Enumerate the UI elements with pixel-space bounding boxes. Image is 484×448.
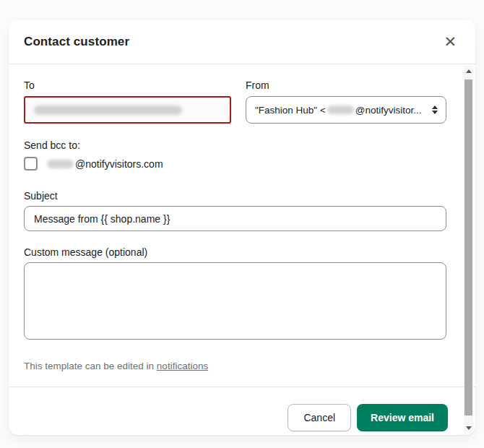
review-email-button[interactable]: Review email — [357, 404, 448, 431]
close-icon[interactable]: ✕ — [441, 33, 459, 51]
subject-input[interactable] — [24, 206, 446, 231]
subject-label: Subject — [24, 190, 446, 202]
notifications-link[interactable]: notifications — [157, 361, 208, 371]
redacted-to-email-blur — [34, 105, 182, 115]
bcc-email-text: @notifyvisitors.com — [46, 158, 163, 170]
select-updown-icon — [426, 105, 438, 114]
template-note: This template can be edited in notificat… — [24, 361, 446, 371]
scroll-down-icon[interactable] — [464, 423, 473, 434]
modal-footer: Cancel Review email — [9, 387, 475, 431]
custom-message-label: Custom message (optional) — [24, 246, 446, 258]
to-field-group: To — [24, 79, 231, 124]
to-input[interactable] — [24, 96, 231, 124]
scroll-up-icon[interactable] — [464, 66, 473, 77]
from-field-group: From "Fashion Hub" < @notifyvisitor... — [246, 79, 446, 124]
custom-message-textarea[interactable] — [24, 262, 446, 340]
bcc-email-domain: @notifyvisitors.com — [75, 158, 163, 170]
contact-customer-modal: Contact customer ✕ To From "Fashion Hub"… — [9, 20, 475, 435]
modal-title: Contact customer — [24, 35, 129, 49]
bcc-label: Send bcc to: — [24, 139, 446, 151]
redacted-from-local-part-blur — [327, 105, 354, 114]
from-selected-prefix: "Fashion Hub" < — [255, 105, 326, 116]
bcc-checkbox[interactable] — [24, 157, 38, 171]
cancel-button[interactable]: Cancel — [288, 404, 351, 431]
from-label: From — [246, 79, 446, 91]
from-select[interactable]: "Fashion Hub" < @notifyvisitor... — [246, 96, 446, 124]
from-selected-suffix: @notifyvisitor... — [355, 105, 422, 116]
scrollbar-thumb[interactable] — [464, 79, 472, 415]
bcc-row: @notifyvisitors.com — [24, 157, 446, 171]
to-from-row: To From "Fashion Hub" < @notifyvisitor..… — [24, 79, 446, 124]
to-label: To — [24, 79, 231, 91]
modal-header: Contact customer ✕ — [9, 20, 475, 64]
vertical-scrollbar[interactable] — [464, 66, 473, 434]
redacted-bcc-local-part-blur — [47, 160, 74, 168]
modal-body: To From "Fashion Hub" < @notifyvisitor..… — [9, 64, 475, 435]
template-note-text: This template can be edited in — [24, 361, 157, 371]
